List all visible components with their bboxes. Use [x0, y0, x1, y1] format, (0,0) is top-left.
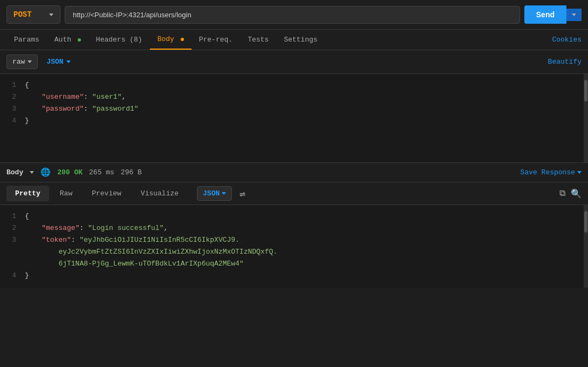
- tab-params[interactable]: Params: [6, 30, 47, 49]
- format-bar: raw JSON Beautify: [0, 50, 588, 74]
- copy-icon[interactable]: ⧉: [559, 188, 565, 199]
- auth-dot-icon: [78, 38, 81, 42]
- brace-close: }: [25, 117, 29, 125]
- send-button-wrapper: Send: [524, 5, 582, 24]
- save-response-button[interactable]: Save Response: [521, 168, 582, 176]
- beautify-button[interactable]: Beautify: [548, 58, 582, 66]
- resp-brace-close: }: [25, 271, 29, 280]
- token-val-2: eyJc2VybmFtZtZSI6InVzZXIxIiwiZXhwIjoxNzM…: [25, 248, 277, 256]
- token-key: "token": [42, 236, 71, 244]
- wrap-icon[interactable]: ⇌: [240, 188, 245, 200]
- json-chevron-icon: [66, 60, 71, 63]
- username-key: "username": [42, 93, 84, 101]
- tab-body[interactable]: Body: [150, 30, 192, 50]
- resp-brace-open: {: [25, 212, 29, 220]
- username-val: "user1": [92, 93, 122, 101]
- method-chevron-icon: [49, 13, 53, 16]
- message-val: "Login successful": [88, 224, 163, 232]
- resp-tab-visualize[interactable]: Visualize: [132, 186, 187, 201]
- tab-headers[interactable]: Headers (8): [88, 30, 150, 49]
- method-label: POST: [13, 10, 32, 19]
- request-code-content[interactable]: { "username": "user1", "password": "pass…: [20, 74, 584, 162]
- response-scrollbar-thumb: [584, 211, 587, 233]
- response-body-label: Body: [6, 168, 23, 176]
- raw-chevron-icon: [28, 60, 32, 63]
- method-selector[interactable]: POST: [6, 5, 60, 24]
- request-line-numbers: 1 2 3 4: [0, 74, 20, 162]
- response-line-numbers: 1 2 3 4: [0, 205, 20, 288]
- globe-icon: 🌐: [40, 167, 51, 178]
- send-button[interactable]: Send: [524, 5, 566, 24]
- resp-json-select[interactable]: JSON: [197, 186, 232, 201]
- response-scrollbar[interactable]: [584, 205, 588, 288]
- response-body-chevron-icon[interactable]: [30, 171, 34, 174]
- json-select[interactable]: JSON: [43, 55, 73, 69]
- resp-json-chevron-icon: [222, 192, 226, 195]
- resp-tab-preview[interactable]: Preview: [83, 186, 130, 201]
- token-val-1: "eyJhbGciOiJIUzI1NiIsInR5cCI6IkpXVCJ9.: [79, 236, 239, 244]
- password-val: "password1": [92, 105, 139, 113]
- response-area: 1 2 3 4 { "message": "Login successful",…: [0, 205, 588, 288]
- request-tabs: Params Auth Headers (8) Body Pre-req. Te…: [0, 30, 588, 50]
- response-size: 296 B: [121, 168, 142, 176]
- resp-action-icons: ⧉ 🔍: [559, 188, 582, 199]
- send-chevron-icon: [572, 13, 576, 16]
- response-code-content[interactable]: { "message": "Login successful", "token"…: [20, 205, 584, 288]
- raw-select[interactable]: raw: [6, 55, 38, 69]
- resp-tab-raw[interactable]: Raw: [51, 186, 81, 201]
- request-scrollbar-thumb: [584, 80, 587, 101]
- password-key: "password": [42, 105, 84, 113]
- tab-tests[interactable]: Tests: [240, 30, 276, 49]
- response-time: 265 ms: [89, 168, 114, 176]
- body-dot-icon: [181, 38, 184, 41]
- brace-open: {: [25, 81, 29, 89]
- url-bar: POST Send: [0, 0, 588, 30]
- tab-auth[interactable]: Auth: [47, 30, 88, 49]
- response-editor: 1 2 3 4 { "message": "Login successful",…: [0, 205, 588, 288]
- search-icon[interactable]: 🔍: [571, 188, 582, 199]
- tab-settings[interactable]: Settings: [276, 30, 325, 49]
- response-format-bar: Pretty Raw Preview Visualize JSON ⇌ ⧉ 🔍: [0, 182, 588, 205]
- status-badge: 200 OK: [57, 168, 83, 176]
- request-editor: 1 2 3 4 { "username": "user1", "password…: [0, 74, 588, 163]
- message-key: "message": [42, 224, 79, 232]
- save-response-chevron-icon: [577, 171, 582, 174]
- tab-prereq[interactable]: Pre-req.: [192, 30, 240, 49]
- send-dropdown-button[interactable]: [566, 9, 582, 21]
- token-val-3: 6jT1NA8-PjGg_LewmK-uTOfBdkLv1ArIXp6uqA2M…: [25, 260, 244, 268]
- cookies-button[interactable]: Cookies: [552, 36, 582, 44]
- resp-tab-pretty[interactable]: Pretty: [6, 186, 49, 201]
- request-scrollbar[interactable]: [584, 74, 588, 162]
- url-input[interactable]: [65, 6, 520, 24]
- response-bar: Body 🌐 200 OK 265 ms 296 B Save Response: [0, 163, 588, 182]
